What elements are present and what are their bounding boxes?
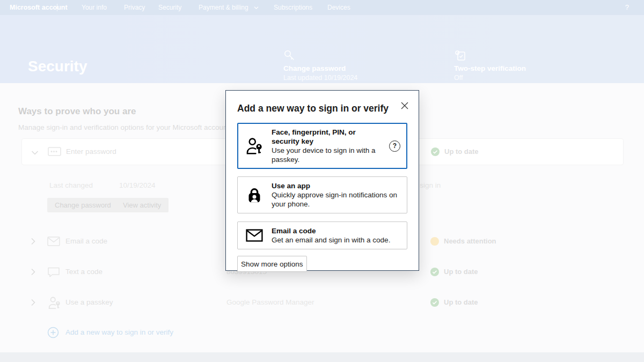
add-sign-in-method-dialog: Add a new way to sign in or verify Face,… — [225, 90, 419, 271]
option-description: Quickly approve sign-in notifications on… — [272, 190, 400, 209]
authenticator-app-icon — [244, 186, 265, 204]
option-text: Use an app Quickly approve sign-in notif… — [272, 181, 400, 209]
show-more-options-button[interactable]: Show more options — [237, 256, 307, 272]
passkey-icon — [244, 136, 265, 156]
help-icon[interactable]: ? — [389, 141, 400, 152]
mail-icon — [244, 229, 265, 242]
option-authenticator-app[interactable]: Use an app Quickly approve sign-in notif… — [237, 176, 407, 213]
option-title: Email a code — [272, 226, 400, 235]
microsoft-account-security-page: Microsoft account Your info Privacy Secu… — [0, 0, 644, 362]
option-email-code[interactable]: Email a code Get an email and sign in wi… — [237, 221, 407, 249]
option-description: Use your device to sign in with a passke… — [272, 146, 382, 164]
option-passkey[interactable]: Face, fingerprint, PIN, or security key … — [237, 123, 407, 169]
option-description: Get an email and sign in with a code. — [272, 235, 400, 245]
option-title: Face, fingerprint, PIN, or security key — [272, 128, 382, 146]
option-text: Email a code Get an email and sign in wi… — [272, 226, 400, 245]
option-text: Face, fingerprint, PIN, or security key … — [272, 128, 382, 164]
close-icon[interactable] — [399, 100, 410, 111]
option-title: Use an app — [272, 181, 400, 190]
dialog-title: Add a new way to sign in or verify — [237, 103, 407, 114]
